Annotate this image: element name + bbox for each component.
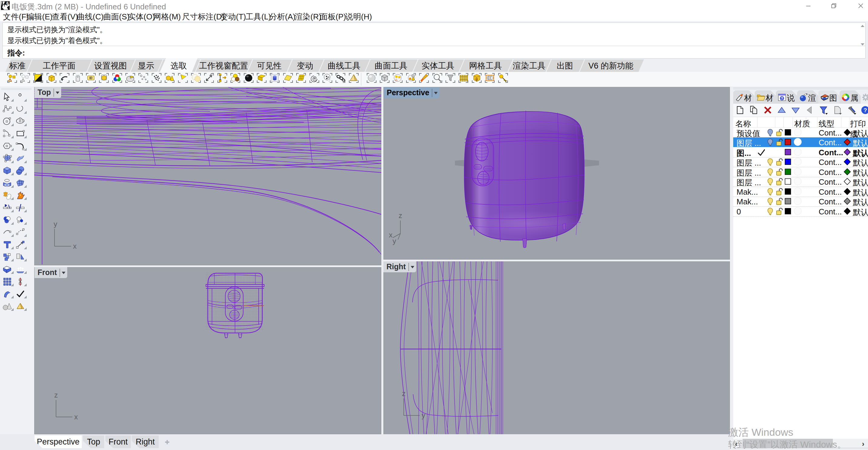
svg-text:6: 6	[6, 1, 9, 6]
svg-text:U: U	[475, 78, 477, 81]
svg-text:z: z	[402, 389, 406, 397]
svg-text:z: z	[399, 212, 402, 220]
svg-text:x: x	[73, 242, 76, 250]
svg-text:y: y	[54, 220, 57, 228]
svg-text:?: ?	[864, 107, 867, 113]
svg-text:x: x	[74, 413, 78, 421]
svg-text:ID: ID	[89, 77, 92, 80]
svg-text:y: y	[422, 411, 425, 419]
svg-text:y: y	[393, 237, 396, 245]
svg-text:?: ?	[781, 96, 783, 101]
svg-text:z: z	[54, 391, 58, 399]
svg-text:x: x	[389, 231, 393, 239]
